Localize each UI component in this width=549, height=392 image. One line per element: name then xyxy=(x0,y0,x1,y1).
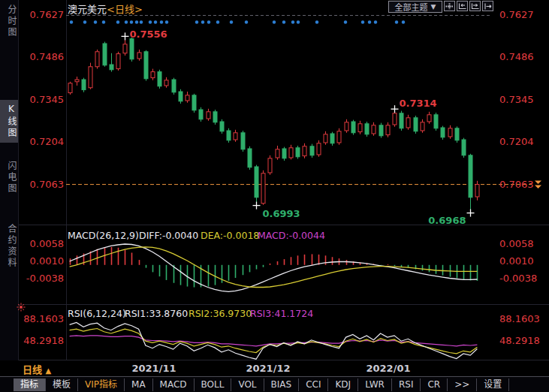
candles-group xyxy=(68,36,479,213)
theme-dropdown-label: 全部主题 xyxy=(395,1,428,13)
sidebar-item-3[interactable]: 合约资料 xyxy=(0,224,18,269)
tab-指标[interactable]: 指标 xyxy=(14,378,46,391)
axis-label-right: 0.7345 xyxy=(499,94,534,105)
expand-xaxis-button[interactable] xyxy=(469,1,481,11)
macd-header-label: MACD:-0.0044 xyxy=(258,230,325,241)
tab-设置[interactable]: 设置 xyxy=(477,378,509,391)
period-selector[interactable]: 日线 ▲ xyxy=(23,362,51,376)
axis-label-left: 0.7627 xyxy=(30,9,65,20)
triangle-up-icon: ▲ xyxy=(46,366,52,375)
axis-label-right: 0.7204 xyxy=(499,136,534,147)
macd-histogram xyxy=(71,247,478,288)
chart-title: 澳元美元<日线> xyxy=(68,2,143,16)
rsi-header-label: RSI2:36.9730 xyxy=(189,308,252,319)
sidebar-item-1[interactable]: K线图 xyxy=(0,100,18,143)
tab-CR[interactable]: CR xyxy=(421,378,448,391)
sidebar-item-0[interactable]: 分时图 xyxy=(0,5,18,38)
axis-label-right: 0.7486 xyxy=(499,51,534,62)
rsi-header-label: RSI(6,12,24) xyxy=(68,308,126,319)
tab-CCI[interactable]: CCI xyxy=(299,378,328,391)
shift-right-icon xyxy=(484,3,492,10)
tab-BOLL[interactable]: BOLL xyxy=(195,378,232,391)
event-dots xyxy=(70,20,405,23)
chevron-down-icon: ▼ xyxy=(431,3,436,11)
price-annotation: 0.6993 xyxy=(263,208,300,219)
chart-toolbar xyxy=(444,1,493,11)
tab-LWR[interactable]: LWR xyxy=(358,378,392,391)
current-price-marker-icon xyxy=(535,181,541,189)
axis-label-right: 0.7627 xyxy=(499,9,534,20)
price-annotation: 0.6968 xyxy=(428,215,466,225)
macd-header-label: DIFF:-0.0040 xyxy=(139,230,198,241)
tab-KDJ[interactable]: KDJ xyxy=(328,378,358,391)
crosshair-tool-button[interactable] xyxy=(444,1,455,11)
macd-header-label: MACD(26,12,9) xyxy=(68,230,139,241)
axis-label-left: 0.0010 xyxy=(30,255,65,267)
axis-label-right: -0.0038 xyxy=(499,273,537,284)
axis-label-left: 0.7486 xyxy=(30,51,65,62)
shift-right-button[interactable] xyxy=(482,1,493,11)
rsi-panel[interactable]: RSI(6,12,24)RSI1:33.8760RSI2:36.9730RSI3… xyxy=(0,305,549,360)
rsi2-line xyxy=(70,329,478,354)
tab-MA[interactable]: MA xyxy=(125,378,153,391)
tab-VOL[interactable]: VOL xyxy=(231,378,264,391)
macd-header-label: DEA:-0.0018 xyxy=(201,230,259,241)
rsi1-line xyxy=(70,323,478,360)
indicator-tabbar: 指标模板VIP指标MAMACDBOLLVOLBIASCCIKDJLWRRSICR… xyxy=(0,376,549,392)
sidebar-item-2[interactable]: 闪电图 xyxy=(0,161,18,194)
tab-MACD[interactable]: MACD xyxy=(153,378,195,391)
theme-dropdown[interactable]: 全部主题 ▼ xyxy=(388,1,442,13)
axis-label-left: -0.0038 xyxy=(26,273,64,284)
macd-panel[interactable]: MACD(26,12,9)DIFF:-0.0040DEA:-0.0018MACD… xyxy=(0,225,549,305)
rsi-header-label: RSI1:33.8760 xyxy=(125,308,188,319)
compress-xaxis-icon xyxy=(458,3,466,10)
axis-label-left: 0.7345 xyxy=(30,94,65,105)
alert-marker-icon xyxy=(16,302,26,312)
crosshair-tool-icon xyxy=(445,3,454,10)
axis-label-right: 48.2918 xyxy=(499,335,540,346)
axis-label-right: 0.7063 xyxy=(499,179,534,190)
app-window: 分时图K线图闪电图合约资料 澳元美元<日线> 全部主题 ▼ 0.75560.69… xyxy=(0,0,549,392)
rsi-header-label: RSI3:41.1724 xyxy=(250,308,313,319)
period-label: 日线 xyxy=(23,364,42,375)
axis-label-left: 48.2918 xyxy=(23,335,64,346)
xaxis-row: 日线 ▲ 2021/112021/122022/01 xyxy=(0,360,549,375)
date-label: 2022/01 xyxy=(366,363,410,374)
tab-VIP指标[interactable]: VIP指标 xyxy=(78,378,125,391)
axis-label-right: 0.0010 xyxy=(499,255,534,267)
tab-BIAS[interactable]: BIAS xyxy=(264,378,300,391)
axis-label-left: 88.1603 xyxy=(23,313,64,324)
date-label: 2021/12 xyxy=(246,363,290,374)
axis-label-left: 0.7063 xyxy=(30,179,65,190)
price-annotation: 0.7314 xyxy=(400,98,437,109)
period-title: <日线> xyxy=(107,4,143,15)
candlestick-chart[interactable]: 0.75560.69930.73140.69680.76270.76270.74… xyxy=(0,0,549,225)
expand-xaxis-icon xyxy=(471,3,479,10)
axis-label-left: 0.0058 xyxy=(30,238,65,249)
axis-label-right: 0.0058 xyxy=(499,238,534,249)
price-annotation: 0.7556 xyxy=(130,29,167,40)
symbol-title: 澳元美元 xyxy=(68,4,107,15)
axis-label-left: 0.7204 xyxy=(30,136,65,147)
axis-label-right: 88.1603 xyxy=(499,313,540,324)
compress-xaxis-button[interactable] xyxy=(457,1,468,11)
date-label: 2021/11 xyxy=(131,363,176,374)
tab->>[interactable]: >> xyxy=(448,378,477,391)
tab-RSI[interactable]: RSI xyxy=(392,378,421,391)
tab-模板[interactable]: 模板 xyxy=(46,378,78,391)
